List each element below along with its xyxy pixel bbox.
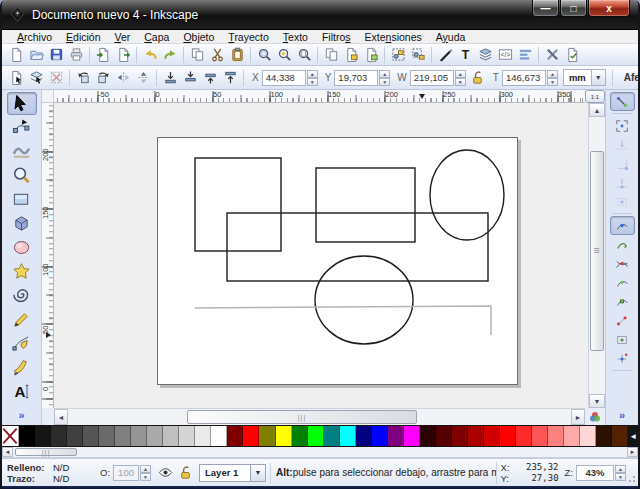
- snap-bbox-corners-icon[interactable]: [610, 154, 635, 173]
- palette-scroll-right-icon[interactable]: ►: [627, 447, 638, 457]
- menu-objeto[interactable]: Objeto: [176, 30, 221, 44]
- tool-bezier-pen[interactable]: [7, 332, 37, 355]
- text-dialog-icon[interactable]: T: [455, 45, 475, 64]
- y-spinner[interactable]: ▲▼: [379, 70, 390, 86]
- open-icon[interactable]: [26, 45, 46, 64]
- tool-zoom[interactable]: [7, 164, 37, 187]
- color-swatch[interactable]: [243, 426, 259, 446]
- color-swatch[interactable]: [227, 426, 243, 446]
- color-swatch[interactable]: [596, 426, 612, 446]
- zoom-1-1-button[interactable]: 1:1: [585, 90, 605, 103]
- unit-dropdown[interactable]: mm ▼: [563, 69, 606, 86]
- color-swatch[interactable]: [404, 426, 420, 446]
- color-swatch[interactable]: [276, 426, 292, 446]
- snap-path-intersections-icon[interactable]: [610, 254, 635, 273]
- color-swatch[interactable]: [452, 426, 468, 446]
- color-swatch[interactable]: [420, 426, 436, 446]
- menu-ayuda[interactable]: Ayuda: [429, 30, 473, 44]
- palette-scroll-left-icon[interactable]: ◄: [2, 447, 13, 457]
- color-swatch[interactable]: [67, 426, 83, 446]
- opacity-spinner[interactable]: ▲▼: [140, 465, 151, 481]
- preferences-icon[interactable]: [542, 45, 562, 64]
- color-swatch[interactable]: [131, 426, 147, 446]
- palette-scrollbar[interactable]: ◄ ||| ►: [2, 447, 638, 458]
- color-swatch[interactable]: [484, 426, 500, 446]
- tool-calligraphy[interactable]: [7, 356, 37, 379]
- rotate-ccw-icon[interactable]: [73, 68, 93, 87]
- tool-text[interactable]: A: [7, 380, 37, 403]
- color-swatch[interactable]: [292, 426, 308, 446]
- opacity-input[interactable]: 100: [113, 465, 139, 481]
- palette-scroll-thumb[interactable]: |||: [15, 448, 77, 456]
- group-icon[interactable]: [388, 45, 408, 64]
- flip-horizontal-icon[interactable]: [113, 68, 133, 87]
- tool-rectangle[interactable]: [7, 188, 37, 211]
- deselect-icon[interactable]: [46, 68, 66, 87]
- minimize-button[interactable]: —: [532, 0, 559, 17]
- tool-box-3d[interactable]: [7, 212, 37, 235]
- color-swatch[interactable]: [83, 426, 99, 446]
- paste-icon[interactable]: [227, 45, 247, 64]
- flip-vertical-icon[interactable]: [133, 68, 153, 87]
- snapbar-overflow-chevron[interactable]: »: [619, 409, 625, 421]
- color-swatch[interactable]: [388, 426, 404, 446]
- snap-bbox-edges-icon[interactable]: [610, 135, 635, 154]
- tool-tweak[interactable]: [7, 140, 37, 163]
- new-document-icon[interactable]: [6, 45, 26, 64]
- align-dialog-icon[interactable]: [515, 45, 535, 64]
- snap-nodes-icon[interactable]: [610, 216, 635, 235]
- color-swatch[interactable]: [324, 426, 340, 446]
- menu-extensiones[interactable]: Extensiones: [358, 30, 429, 44]
- color-swatch[interactable]: [19, 426, 35, 446]
- export-icon[interactable]: [113, 45, 133, 64]
- maximize-button[interactable]: □: [560, 0, 587, 17]
- color-swatch[interactable]: [468, 426, 484, 446]
- snap-bbox-icon[interactable]: [610, 116, 635, 135]
- color-swatch[interactable]: [500, 426, 516, 446]
- color-swatch[interactable]: [99, 426, 115, 446]
- zoom-selection-icon[interactable]: [254, 45, 274, 64]
- print-icon[interactable]: [66, 45, 86, 64]
- resize-grip[interactable]: [628, 459, 636, 486]
- color-swatch[interactable]: [115, 426, 131, 446]
- height-input[interactable]: 146,673: [502, 70, 546, 86]
- ungroup-icon[interactable]: [408, 45, 428, 64]
- import-icon[interactable]: [93, 45, 113, 64]
- tool-node-editor[interactable]: [7, 116, 37, 139]
- cut-icon[interactable]: [207, 45, 227, 64]
- select-all-layers-icon[interactable]: [26, 68, 46, 87]
- vertical-scrollbar[interactable]: ▲ ☰ ▼: [588, 103, 605, 408]
- snap-bbox-edge-midpoints-icon[interactable]: [610, 173, 635, 192]
- vertical-ruler[interactable]: 200150100500: [42, 103, 54, 408]
- layer-selector[interactable]: Layer 1 ▼: [199, 464, 266, 482]
- lower-icon[interactable]: [180, 68, 200, 87]
- unlink-clone-icon[interactable]: [361, 45, 381, 64]
- color-swatch[interactable]: [211, 426, 227, 446]
- swatch-none[interactable]: [2, 426, 19, 446]
- zoom-drawing-icon[interactable]: [274, 45, 294, 64]
- fill-stroke-indicator[interactable]: Relleno:N/D Trazo:N/D: [4, 462, 96, 484]
- zoom-spinner[interactable]: ▲▼: [615, 465, 626, 481]
- snap-rotation-centers-icon[interactable]: [610, 349, 635, 368]
- color-swatch[interactable]: [179, 426, 195, 446]
- layer-lock-icon[interactable]: [175, 463, 195, 483]
- close-button[interactable]: x: [588, 0, 630, 17]
- color-swatch[interactable]: [516, 426, 532, 446]
- menu-filtros[interactable]: Filtros: [315, 30, 358, 44]
- color-swatch[interactable]: [356, 426, 372, 446]
- color-swatch[interactable]: [340, 426, 356, 446]
- scroll-up-icon[interactable]: ▲: [589, 103, 605, 117]
- snap-smooth-nodes-icon[interactable]: [610, 292, 635, 311]
- color-swatch[interactable]: [548, 426, 564, 446]
- horizontal-scrollbar[interactable]: ◄ ||| ►: [54, 408, 585, 425]
- tool-selector[interactable]: [7, 92, 37, 115]
- color-swatch[interactable]: [147, 426, 163, 446]
- menu-capa[interactable]: Capa: [137, 30, 176, 44]
- horizontal-ruler[interactable]: -50050100150200250300350: [54, 90, 585, 103]
- color-swatch[interactable]: [436, 426, 452, 446]
- width-input[interactable]: 219,105: [410, 70, 454, 86]
- scroll-left-icon[interactable]: ◄: [54, 409, 68, 425]
- color-swatch[interactable]: [259, 426, 275, 446]
- snap-object-centers-icon[interactable]: [610, 330, 635, 349]
- color-swatch[interactable]: [532, 426, 548, 446]
